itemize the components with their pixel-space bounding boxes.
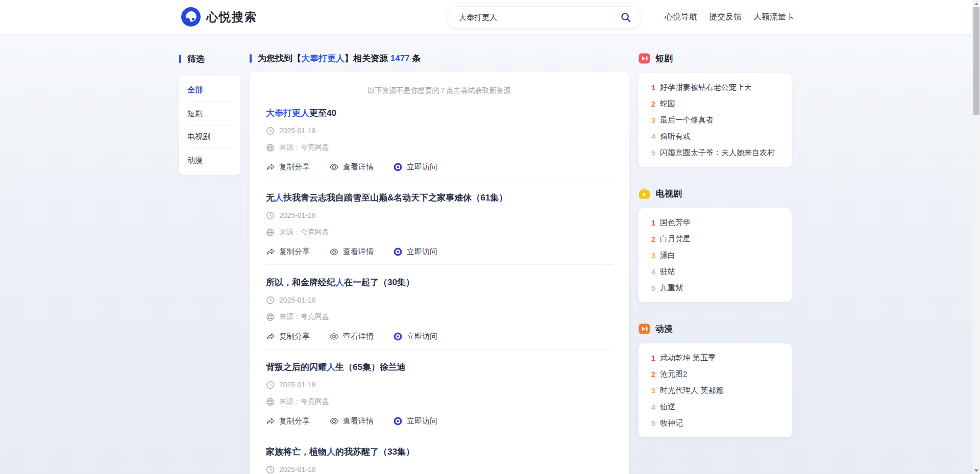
rank-number: 5 [650, 284, 657, 292]
filter-item-全部[interactable]: 全部 [187, 79, 232, 102]
ranking-item[interactable]: 1武动乾坤 第五季 [639, 350, 792, 366]
brand-logo[interactable]: 心悦搜索 [181, 7, 257, 27]
accent-bar [250, 54, 252, 63]
copy-share-button[interactable]: 复制分享 [266, 162, 310, 172]
nav-link-feedback[interactable]: 提交反馈 [709, 12, 742, 22]
visit-now-button[interactable]: 立即访问 [393, 162, 437, 172]
ranking-item[interactable]: 2白月梵星 [639, 231, 792, 247]
eye-icon [329, 416, 339, 426]
globe-icon [266, 397, 275, 406]
rank-number: 1 [650, 354, 657, 362]
nav-link-navigation[interactable]: 心悦导航 [665, 12, 697, 22]
result-title-link[interactable]: 背叛之后的闪耀人生（65集）徐兰迪 [266, 362, 612, 373]
rank-number: 1 [650, 218, 657, 227]
ranking-item-title: 漂白 [660, 251, 675, 260]
visit-now-button[interactable]: 立即访问 [393, 332, 437, 341]
scrollbar-thumb[interactable] [973, 7, 979, 115]
globe-icon [266, 228, 275, 237]
result-actions: 复制分享查看详情立即访问 [266, 331, 612, 342]
filter-item-动漫[interactable]: 动漫 [187, 149, 232, 172]
visit-now-button[interactable]: 立即访问 [393, 416, 437, 426]
rank-number: 5 [650, 419, 657, 428]
ranking-item[interactable]: 4驻站 [639, 263, 792, 280]
view-detail-button[interactable]: 查看详情 [329, 247, 374, 257]
scrollbar-down-arrow-icon[interactable] [972, 467, 980, 474]
keyword-highlight: 人 [275, 193, 283, 203]
quark-circle-icon [181, 7, 201, 27]
result-title-link[interactable]: 所以，和金牌经纪人在一起了（30集） [266, 277, 612, 288]
result-source-row: 来源：夸克网盘 [266, 142, 612, 153]
result-actions: 复制分享查看详情立即访问 [266, 161, 612, 172]
ranking-item[interactable]: 3最后一个修真者 [639, 112, 792, 128]
search-button[interactable] [618, 10, 633, 25]
rank-number: 4 [650, 267, 657, 276]
ranking-item[interactable]: 4仙逆 [639, 398, 792, 415]
ranking-item[interactable]: 1好孕甜妻被钻石老公宠上天 [639, 79, 792, 95]
result-source: 来源：夸克网盘 [279, 397, 329, 406]
ranking-item[interactable]: 5闪婚京圈太子爷：夫人她来自农村 [639, 144, 792, 161]
ranking-item[interactable]: 4偷听有戏 [639, 128, 792, 144]
result-title-link[interactable]: 家族将亡，植物人的我苏醒了（33集） [266, 446, 612, 458]
result-actions: 复制分享查看详情立即访问 [266, 246, 612, 257]
clock-icon [266, 127, 275, 135]
donut-circle-icon [393, 247, 403, 257]
ranking-title: 电视剧 [656, 188, 682, 199]
ranking-item-title: 最后一个修真者 [660, 115, 714, 125]
filter-sidebar: 筛选 全部短剧电视剧动漫 [179, 53, 240, 175]
clock-icon [266, 211, 275, 220]
globe-icon [266, 143, 275, 152]
search-box [447, 6, 641, 29]
ranking-card: 1国色芳华2白月梵星3漂白4驻站5九重紫 [639, 208, 792, 302]
result-item: 背叛之后的闪耀人生（65集）徐兰迪2025-01-18来源：夸克网盘复制分享查看… [266, 350, 612, 434]
rank-number: 5 [650, 148, 657, 157]
filter-item-电视剧[interactable]: 电视剧 [187, 126, 232, 149]
ranking-item-title: 偷听有戏 [660, 132, 691, 141]
copy-share-button[interactable]: 复制分享 [266, 332, 310, 341]
eye-icon [329, 332, 339, 341]
copy-share-button[interactable]: 复制分享 [266, 247, 310, 257]
results-list: 大奉打更人更至402025-01-18来源：夸克网盘复制分享查看详情立即访问无人… [266, 95, 612, 474]
page-scrollbar[interactable] [972, 0, 980, 474]
result-source: 来源：夸克网盘 [279, 143, 329, 152]
refresh-notice-link[interactable]: 以下资源不是你想要的？点击尝试获取新资源 [266, 85, 612, 95]
result-date: 2025-01-18 [279, 465, 316, 473]
search-input[interactable] [459, 13, 618, 22]
view-detail-button[interactable]: 查看详情 [329, 162, 374, 172]
result-title-link[interactable]: 大奉打更人更至40 [266, 108, 612, 119]
result-date: 2025-01-18 [279, 211, 316, 219]
view-detail-button[interactable]: 查看详情 [329, 416, 374, 426]
result-date-row: 2025-01-18 [266, 295, 612, 305]
ranking-item[interactable]: 3时光代理人 英都篇 [639, 382, 792, 398]
view-detail-button[interactable]: 查看详情 [329, 332, 374, 341]
keyword-highlight: 人 [335, 278, 344, 287]
donut-circle-icon [393, 332, 403, 341]
eye-icon [329, 247, 339, 257]
filter-item-短剧[interactable]: 短剧 [187, 102, 232, 126]
ranking-item[interactable]: 2沧元图2 [639, 366, 792, 382]
results-keyword: 大奉打更人 [301, 54, 345, 63]
top-header: 心悦搜索 心悦导航 提交反馈 大额流量卡 [0, 0, 980, 34]
ranking-item-title: 驻站 [660, 267, 675, 277]
eye-icon [329, 162, 339, 172]
ranking-item[interactable]: 5九重紫 [639, 280, 792, 296]
result-date: 2025-01-18 [279, 296, 316, 304]
ranking-item-title: 闪婚京圈太子爷：夫人她来自农村 [660, 148, 775, 158]
donut-circle-icon [393, 162, 403, 172]
ranking-section-短剧: 短剧1好孕甜妻被钻石老公宠上天2蛇园3最后一个修真者4偷听有戏5闪婚京圈太子爷：… [639, 52, 792, 167]
ranking-item[interactable]: 2蛇园 [639, 95, 792, 112]
ranking-item[interactable]: 5牧神记 [639, 415, 792, 431]
search-icon [620, 12, 631, 23]
result-item: 大奉打更人更至402025-01-18来源：夸克网盘复制分享查看详情立即访问 [266, 95, 612, 180]
donut-circle-icon [393, 416, 403, 426]
ranking-item[interactable]: 1国色芳华 [639, 214, 792, 231]
scrollbar-up-arrow-icon[interactable] [972, 0, 980, 7]
result-date-row: 2025-01-18 [266, 210, 612, 220]
ranking-item[interactable]: 3漂白 [639, 247, 792, 263]
copy-share-button[interactable]: 复制分享 [266, 416, 310, 426]
nav-link-data-card[interactable]: 大额流量卡 [753, 12, 794, 22]
ranking-header: 电视剧 [639, 187, 792, 199]
results-header: 为您找到【大奉打更人】相关资源 1477 条 [250, 53, 629, 64]
visit-now-button[interactable]: 立即访问 [393, 247, 437, 257]
result-title-link[interactable]: 无人扶我青云志我自踏雪至山巅&名动天下之家事难休（61集） [266, 192, 612, 204]
result-date-row: 2025-01-18 [266, 126, 612, 136]
